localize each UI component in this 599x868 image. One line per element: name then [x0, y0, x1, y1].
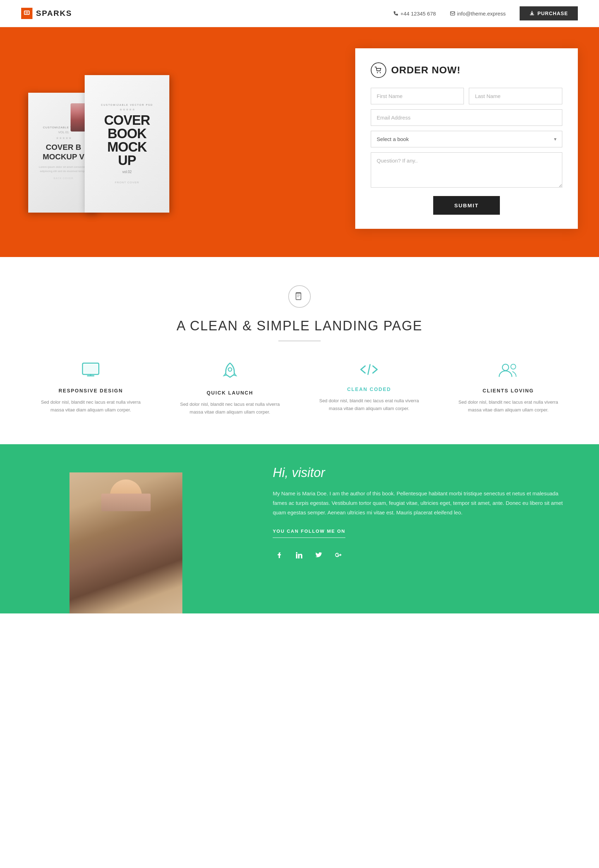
book-back-vol: VOL 01: [58, 131, 69, 134]
logo-text: SPARKS: [36, 9, 72, 18]
features-divider: [278, 341, 321, 341]
svg-point-3: [377, 72, 378, 73]
svg-point-10: [511, 364, 516, 369]
order-form-container: ORDER NOW! Select a book Book Vol.01 Boo…: [355, 48, 578, 229]
submit-button[interactable]: SUBMIT: [433, 196, 500, 215]
book-back-text: Lorem ipsum dolor sit amet consectetur a…: [35, 165, 92, 173]
book-front: CUSTOMIZABLE VECTOR PSD ★★★★★ COVERBOOKM…: [85, 75, 169, 213]
svg-point-12: [296, 552, 297, 554]
book-front-footer: FRONT COVER: [114, 181, 139, 184]
hero-section: CUSTOMIZABLE VECTOR VOL 01 ★★★★★ COVER B…: [0, 27, 599, 257]
cart-icon-circle: [371, 62, 386, 78]
email-address: info@theme.express: [450, 11, 506, 17]
feature-clients-title: CLIENTS LOVING: [453, 388, 564, 393]
monitor-icon: [35, 362, 146, 381]
googleplus-icon: [334, 551, 343, 559]
feature-quick-desc: Sed dolor nisl, blandit nec lacus erat n…: [175, 401, 286, 416]
svg-point-8: [228, 368, 232, 371]
email-input[interactable]: [371, 109, 562, 126]
svg-point-4: [379, 72, 381, 73]
svg-point-9: [502, 364, 509, 371]
googleplus-button[interactable]: [332, 548, 345, 562]
book-back-spine: BACK COVER: [54, 177, 74, 179]
last-name-input[interactable]: [469, 88, 562, 104]
author-section: Hi, visitor My Name is Maria Doe. I am t…: [0, 444, 599, 613]
email-row: [371, 109, 562, 126]
phone-number: +44 12345 678: [393, 11, 436, 17]
book-mockup-area: CUSTOMIZABLE VECTOR VOL 01 ★★★★★ COVER B…: [21, 65, 327, 213]
book-front-title: COVERBOOKMOCKUP: [104, 114, 150, 167]
feature-responsive-desc: Sed dolor nisl, blandit nec lacus erat n…: [35, 398, 146, 414]
facebook-button[interactable]: [273, 548, 286, 562]
social-icons: [273, 548, 571, 562]
question-textarea[interactable]: [371, 152, 562, 188]
features-grid: RESPONSIVE DESIGN Sed dolor nisl, blandi…: [21, 362, 578, 416]
feature-coded-desc: Sed dolor nisl, blandit nec lacus erat n…: [314, 397, 425, 413]
rocket-icon: [175, 362, 286, 384]
cart-icon: [375, 66, 382, 74]
name-row: [371, 88, 562, 104]
follow-label: YOU CAN FOLLOW ME ON: [273, 529, 345, 538]
svg-rect-7: [84, 365, 97, 373]
features-top-icon: [288, 285, 311, 308]
author-content: Hi, visitor My Name is Maria Doe. I am t…: [251, 444, 599, 613]
email-icon: [450, 11, 455, 16]
book-select-wrapper: Select a book Book Vol.01 Book Vol.02 Bo…: [371, 131, 562, 147]
order-title: ORDER NOW!: [371, 62, 562, 78]
book-back-title: COVER BMOCKUP V: [43, 143, 84, 161]
features-section: A CLEAN & SIMPLE LANDING PAGE RESPONSIVE…: [0, 257, 599, 444]
book-front-label: CUSTOMIZABLE VECTOR PSD: [101, 104, 153, 106]
book-select[interactable]: Select a book Book Vol.01 Book Vol.02 Bo…: [371, 131, 562, 147]
author-image-area: [0, 444, 251, 613]
users-icon: [453, 362, 564, 381]
download-icon: [530, 11, 534, 16]
code-icon: [314, 362, 425, 380]
linkedin-button[interactable]: [292, 548, 306, 562]
author-greeting: Hi, visitor: [273, 466, 571, 480]
linkedin-icon: [295, 551, 303, 559]
twitter-button[interactable]: [312, 548, 326, 562]
feature-responsive: RESPONSIVE DESIGN Sed dolor nisl, blandi…: [21, 362, 161, 416]
svg-rect-11: [296, 554, 297, 559]
logo: SPARKS: [21, 8, 72, 19]
author-photo: [69, 472, 182, 613]
feature-clients-desc: Sed dolor nisl, blandit nec lacus erat n…: [453, 398, 564, 414]
logo-icon: [21, 8, 32, 19]
svg-rect-5: [296, 293, 301, 300]
author-neck-shoulder: [101, 494, 151, 511]
twitter-icon: [315, 551, 323, 559]
book-front-vol: vol.02: [122, 170, 132, 174]
purchase-button[interactable]: PURCHASE: [520, 6, 578, 21]
feature-quick-title: QUICK LAUNCH: [175, 390, 286, 396]
author-body: [91, 504, 161, 603]
svg-rect-2: [450, 12, 455, 15]
feature-responsive-title: RESPONSIVE DESIGN: [35, 388, 146, 393]
author-photo-inner: [69, 472, 182, 613]
book-front-stars: ★★★★★: [119, 108, 135, 111]
svg-rect-1: [26, 12, 28, 14]
feature-quick: QUICK LAUNCH Sed dolor nisl, blandit nec…: [161, 362, 300, 416]
feature-coded: CLEAN CODED Sed dolor nisl, blandit nec …: [300, 362, 439, 416]
first-name-input[interactable]: [371, 88, 464, 104]
book-back-stars: ★★★★★: [56, 136, 72, 140]
order-title-text: ORDER NOW!: [391, 65, 461, 76]
feature-clients: CLIENTS LOVING Sed dolor nisl, blandit n…: [439, 362, 578, 416]
features-title: A CLEAN & SIMPLE LANDING PAGE: [21, 318, 578, 333]
feature-coded-title: CLEAN CODED: [314, 386, 425, 392]
books-wrapper: CUSTOMIZABLE VECTOR VOL 01 ★★★★★ COVER B…: [21, 65, 197, 213]
facebook-icon: [275, 551, 283, 559]
book-icon: [295, 291, 304, 302]
header: SPARKS +44 12345 678 info@theme.express …: [0, 0, 599, 27]
follow-section: YOU CAN FOLLOW ME ON: [273, 528, 571, 562]
author-bio: My Name is Maria Doe. I am the author of…: [273, 489, 571, 517]
phone-icon: [393, 11, 398, 16]
header-contact: +44 12345 678 info@theme.express PURCHAS…: [393, 6, 578, 21]
